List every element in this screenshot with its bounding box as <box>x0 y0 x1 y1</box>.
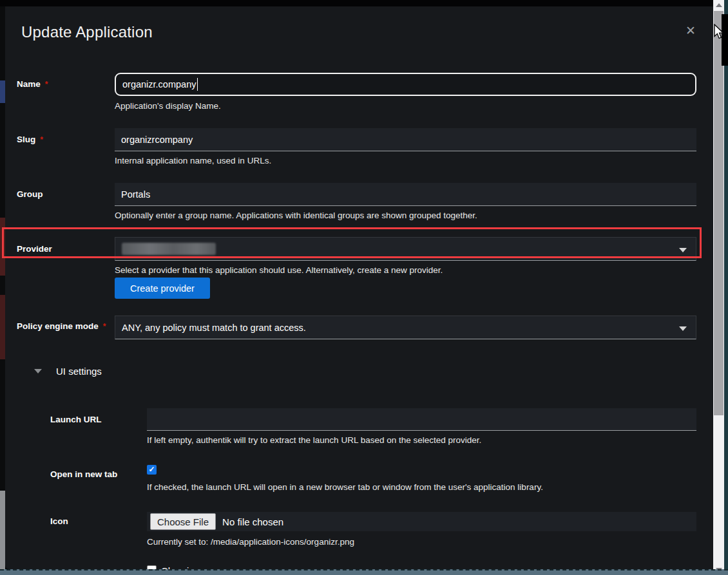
required-asterisk: * <box>45 80 48 89</box>
group-input[interactable] <box>115 183 696 206</box>
launch-url-input[interactable] <box>147 408 696 431</box>
required-asterisk: * <box>40 135 43 144</box>
policy-engine-mode-select[interactable]: ANY, any policy must match to grant acce… <box>115 316 696 339</box>
open-in-new-tab-help-text: If checked, the launch URL will open in … <box>147 482 543 492</box>
name-input[interactable]: organizr.company <box>115 73 696 96</box>
background-fragment <box>0 80 5 103</box>
required-asterisk: * <box>103 322 106 331</box>
vertical-scrollbar[interactable] <box>713 0 724 575</box>
page-title: Update Application <box>21 23 153 41</box>
scrollbar-thumb[interactable] <box>714 11 723 415</box>
ui-settings-section-toggle[interactable]: UI settings <box>34 366 102 377</box>
file-chosen-status: No file chosen <box>222 516 283 527</box>
background-right-edge <box>724 0 728 575</box>
provider-select[interactable] <box>115 237 696 261</box>
name-label: Name* <box>17 79 48 89</box>
checkmark-icon: ✓ <box>148 465 155 474</box>
open-in-new-tab-checkbox[interactable]: ✓ <box>147 465 157 475</box>
scroll-up-arrow-icon[interactable] <box>713 0 724 10</box>
ui-settings-section-label: UI settings <box>56 366 102 377</box>
icon-file-input[interactable]: Choose File No file chosen <box>147 512 696 531</box>
provider-label: Provider <box>17 244 52 254</box>
launch-url-label: Launch URL <box>50 415 102 424</box>
update-application-modal: Update Application ✕ Name* organizr.comp… <box>5 6 713 569</box>
chevron-down-icon <box>34 369 42 373</box>
open-in-new-tab-label: Open in new tab <box>50 469 117 479</box>
group-help-text: Optionally enter a group name. Applicati… <box>115 211 477 220</box>
name-help-text: Application's display Name. <box>115 101 221 111</box>
background-fragment <box>0 295 5 359</box>
policy-engine-mode-label: Policy engine mode* <box>17 321 106 331</box>
group-label: Group <box>17 189 43 199</box>
background-right-notch <box>722 14 728 66</box>
caret-down-icon <box>679 326 687 331</box>
background-fragment <box>0 491 5 569</box>
slug-input[interactable] <box>115 128 696 151</box>
icon-current-help-text: Currently set to: /media/application-ico… <box>147 537 354 547</box>
background-bottom-edge <box>0 569 728 575</box>
background-top-edge <box>0 0 728 6</box>
background-page-edge <box>0 0 5 575</box>
name-input-value: organizr.company <box>122 79 196 90</box>
policy-engine-mode-value: ANY, any policy must match to grant acce… <box>122 323 306 333</box>
choose-file-button[interactable]: Choose File <box>150 513 216 530</box>
background-fragment <box>0 218 5 276</box>
provider-selected-value-redacted <box>122 243 216 255</box>
caret-down-icon <box>679 248 687 252</box>
close-icon[interactable]: ✕ <box>682 22 700 40</box>
provider-help-text: Select a provider that this application … <box>115 265 443 275</box>
launch-url-help-text: If left empty, authentik will try to ext… <box>147 435 481 445</box>
icon-label: Icon <box>50 516 68 526</box>
create-provider-button[interactable]: Create provider <box>115 278 210 299</box>
slug-label: Slug* <box>17 135 43 144</box>
slug-help-text: Internal application name, used in URLs. <box>115 156 271 165</box>
